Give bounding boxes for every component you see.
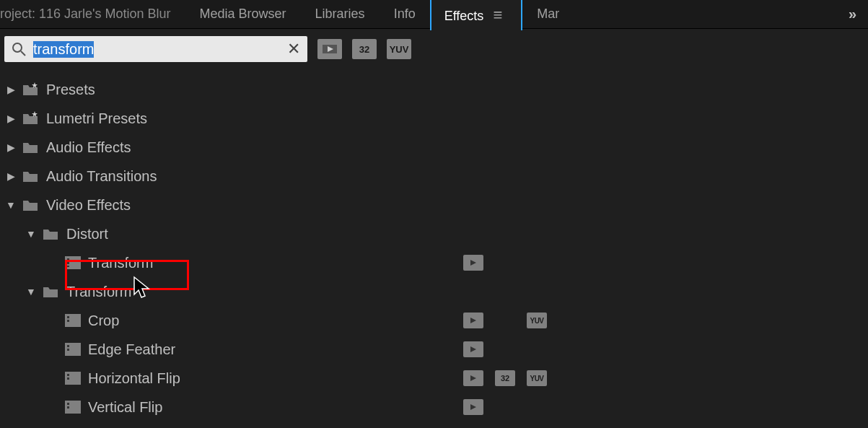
- folder-audio-transitions[interactable]: ▶ Audio Transitions: [1, 162, 867, 191]
- svg-rect-17: [67, 349, 69, 351]
- collapse-arrow-icon[interactable]: ▼: [25, 286, 38, 297]
- tab-media-browser[interactable]: Media Browser: [185, 0, 301, 29]
- effect-icon: [65, 343, 81, 356]
- accelerated-badge-icon: [463, 370, 483, 386]
- yuv-badge: YUV: [527, 313, 547, 328]
- clear-search-icon[interactable]: ✕: [280, 40, 307, 58]
- expand-arrow-icon[interactable]: ▶: [4, 141, 17, 153]
- svg-marker-26: [470, 404, 476, 410]
- effect-label: Transform: [88, 255, 153, 271]
- expand-arrow-icon[interactable]: ▶: [4, 170, 17, 182]
- expand-arrow-icon[interactable]: ▶: [4, 113, 17, 124]
- folder-icon: [22, 198, 39, 212]
- yuv-badge: YUV: [527, 370, 547, 386]
- accelerated-badge-icon: [463, 255, 483, 271]
- tab-libraries[interactable]: Libraries: [301, 0, 380, 29]
- svg-rect-12: [67, 316, 69, 318]
- svg-rect-25: [67, 406, 69, 409]
- folder-video-effects[interactable]: ▼ Video Effects: [1, 191, 867, 219]
- effect-label: Crop: [88, 313, 119, 329]
- svg-rect-13: [67, 320, 69, 322]
- svg-marker-4: [32, 82, 38, 88]
- folder-icon: [22, 169, 39, 183]
- accelerated-badge-icon: [463, 313, 483, 328]
- folder-star-icon: [22, 82, 39, 97]
- effect-label: Horizontal Flip: [88, 370, 180, 387]
- svg-rect-8: [67, 262, 69, 264]
- svg-rect-7: [67, 258, 69, 261]
- panel-menu-icon[interactable]: ≡: [487, 6, 508, 24]
- folder-presets[interactable]: ▶ Presets: [1, 75, 867, 104]
- svg-marker-5: [32, 111, 38, 117]
- effects-tree: ▶ Presets ▶ Lumetri Presets ▶ Audio Effe…: [0, 71, 868, 428]
- tab-markers[interactable]: Mar: [522, 0, 574, 29]
- folder-label: Video Effects: [46, 197, 131, 214]
- effect-transform[interactable]: Transform: [1, 248, 867, 277]
- tab-info[interactable]: Info: [380, 0, 430, 29]
- accelerated-badge-icon: [463, 399, 483, 415]
- svg-rect-20: [67, 374, 69, 376]
- folder-label: Audio Effects: [46, 139, 131, 156]
- folder-label: Audio Transitions: [46, 168, 157, 185]
- search-icon: [10, 40, 27, 58]
- effect-badges: [463, 255, 483, 271]
- 32bit-badge: 32: [495, 370, 515, 386]
- folder-icon: [22, 140, 39, 154]
- effect-icon: [65, 314, 81, 327]
- svg-rect-21: [67, 377, 69, 380]
- svg-point-0: [13, 43, 22, 52]
- svg-rect-9: [67, 266, 69, 267]
- yuv-filter-button[interactable]: YUV: [387, 39, 411, 59]
- effects-toolbar: ✕ 32 YUV: [0, 29, 868, 71]
- svg-line-1: [21, 51, 25, 56]
- 32bit-filter-button[interactable]: 32: [352, 39, 377, 59]
- svg-marker-14: [470, 318, 476, 323]
- folder-distort[interactable]: ▼ Distort: [1, 219, 867, 248]
- folder-lumetri-presets[interactable]: ▶ Lumetri Presets: [1, 104, 867, 133]
- search-field[interactable]: ✕: [4, 36, 307, 62]
- folder-label: Transform: [66, 284, 131, 300]
- svg-marker-10: [470, 260, 476, 266]
- folder-label: Presets: [46, 82, 95, 98]
- folder-label: Lumetri Presets: [46, 110, 147, 127]
- accelerated-badge-icon: [463, 341, 483, 357]
- folder-icon: [42, 284, 59, 299]
- effect-label: Vertical Flip: [88, 399, 162, 416]
- effect-icon: [65, 256, 81, 269]
- effect-badges: 32 YUV: [463, 370, 547, 386]
- search-input[interactable]: [33, 36, 280, 62]
- effect-badges: YUV: [463, 313, 547, 328]
- expand-arrow-icon[interactable]: ▶: [4, 84, 17, 95]
- effect-badges: [463, 341, 483, 357]
- svg-marker-22: [470, 375, 476, 381]
- effect-horizontal-flip[interactable]: Horizontal Flip 32 YUV: [1, 364, 867, 393]
- svg-marker-18: [470, 346, 476, 352]
- overflow-chevron-icon[interactable]: »: [837, 6, 868, 22]
- svg-rect-24: [67, 403, 69, 405]
- tab-project[interactable]: roject: 116 Jarle's Motion Blur: [0, 0, 185, 29]
- effect-vertical-flip[interactable]: Vertical Flip: [1, 393, 867, 422]
- effect-crop[interactable]: Crop YUV: [1, 306, 867, 335]
- folder-star-icon: [22, 111, 39, 126]
- accelerated-filter-button[interactable]: [317, 39, 342, 59]
- effect-label: Edge Feather: [88, 341, 175, 358]
- tab-effects-label: Effects: [444, 9, 484, 23]
- collapse-arrow-icon[interactable]: ▼: [25, 228, 38, 240]
- effect-edge-feather[interactable]: Edge Feather: [1, 335, 867, 364]
- effect-icon: [65, 401, 81, 414]
- folder-icon: [42, 227, 59, 241]
- effect-badges: [463, 399, 483, 415]
- folder-label: Distort: [66, 226, 108, 243]
- folder-transform[interactable]: ▼ Transform: [1, 277, 867, 306]
- effect-icon: [65, 372, 81, 385]
- collapse-arrow-icon[interactable]: ▼: [4, 199, 17, 211]
- folder-audio-effects[interactable]: ▶ Audio Effects: [1, 133, 867, 162]
- panel-tabs: roject: 116 Jarle's Motion Blur Media Br…: [0, 0, 868, 29]
- tab-effects[interactable]: Effects ≡: [430, 0, 523, 30]
- accelerated-icon: [323, 43, 337, 55]
- svg-rect-16: [67, 345, 69, 347]
